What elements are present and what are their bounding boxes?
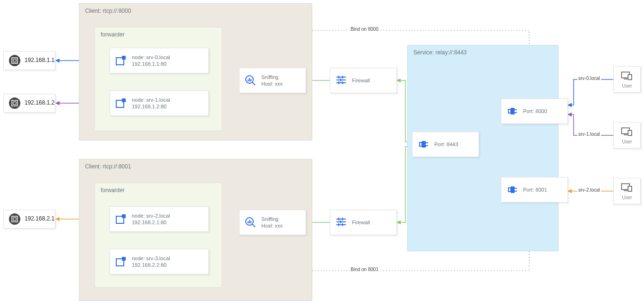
label-srv-2: srv-2.local bbox=[577, 187, 601, 193]
svg-rect-44 bbox=[420, 142, 422, 146]
cpu-icon bbox=[9, 54, 21, 67]
user-3-label: User bbox=[622, 194, 632, 201]
svg-rect-51 bbox=[511, 186, 515, 193]
magnify-chart-icon bbox=[244, 216, 257, 229]
svg-rect-47 bbox=[511, 108, 515, 114]
firewall-icon bbox=[335, 74, 347, 87]
cpu-icon bbox=[9, 213, 21, 225]
client2-title: Client: rtcp://:8001 bbox=[85, 163, 131, 170]
user-3: User bbox=[613, 178, 641, 204]
port-icon bbox=[506, 184, 518, 196]
svg-rect-10 bbox=[122, 56, 126, 60]
sniffing-1-text: Sniffing Host: xxx bbox=[261, 74, 283, 88]
port-8001: Port: 8001 bbox=[501, 177, 568, 202]
svg-rect-7 bbox=[12, 216, 17, 222]
server-3-label: 192.168.2.1 bbox=[25, 215, 54, 223]
port-8001-label: Port: 8001 bbox=[523, 186, 547, 193]
port-8443: Port: 8443 bbox=[412, 132, 479, 157]
svg-rect-4 bbox=[12, 100, 17, 106]
firewall-1: Firewall bbox=[330, 68, 397, 93]
user-1: User bbox=[613, 66, 641, 93]
node-srv-2-text: node: srv-2.local 192.168.2.1:80 bbox=[132, 212, 170, 226]
label-bind-8000: Bind on 8000 bbox=[350, 26, 379, 32]
service-title: Service: relay://:8443 bbox=[413, 49, 467, 56]
client1-forwarder-title: forwarder bbox=[101, 31, 125, 38]
node-srv-0-text: node: srv-0.local 192.168.1.1:80 bbox=[132, 54, 170, 68]
node-srv-2: node: srv-2.local 192.168.2.1:80 bbox=[110, 206, 209, 232]
label-srv-1: srv-1.local bbox=[577, 132, 601, 137]
svg-rect-19 bbox=[248, 79, 249, 81]
devices-icon bbox=[621, 70, 633, 82]
client1-title: Client: rtcp://:8000 bbox=[85, 8, 131, 14]
cpu-icon bbox=[9, 97, 21, 109]
svg-rect-26 bbox=[250, 221, 251, 223]
node-srv-3: node: srv-3.local 192.168.2.2:80 bbox=[110, 249, 209, 274]
svg-rect-14 bbox=[122, 214, 126, 218]
firewall-2-label: Firewall bbox=[352, 219, 370, 226]
svg-rect-12 bbox=[122, 98, 126, 102]
user-2-label: User bbox=[622, 139, 632, 145]
svg-line-18 bbox=[252, 82, 255, 85]
server-2-label: 192.168.1.2 bbox=[25, 99, 54, 107]
magnify-chart-icon bbox=[244, 74, 257, 87]
label-srv-0: srv-0.local bbox=[577, 76, 601, 81]
node-srv-3-text: node: srv-3.local 192.168.2.2:80 bbox=[132, 255, 170, 269]
port-8000: Port: 8000 bbox=[501, 98, 568, 124]
svg-rect-16 bbox=[122, 257, 126, 261]
port-icon bbox=[506, 105, 518, 117]
svg-line-23 bbox=[252, 224, 255, 227]
node-icon bbox=[115, 54, 127, 67]
server-3: 192.168.2.1 bbox=[3, 210, 55, 229]
firewall-2: Firewall bbox=[330, 210, 397, 235]
svg-rect-59 bbox=[628, 131, 632, 136]
svg-rect-20 bbox=[249, 78, 250, 81]
svg-rect-52 bbox=[508, 188, 511, 192]
devices-icon bbox=[621, 125, 633, 138]
svg-rect-43 bbox=[422, 141, 426, 148]
sniffing-2: Sniffing Host: xxx bbox=[239, 210, 306, 235]
svg-rect-21 bbox=[250, 79, 251, 81]
port-8000-label: Port: 8000 bbox=[523, 108, 547, 114]
node-icon bbox=[115, 213, 127, 225]
svg-rect-62 bbox=[628, 186, 632, 192]
client2-forwarder-title: forwarder bbox=[101, 187, 125, 194]
node-icon bbox=[115, 255, 127, 268]
port-icon bbox=[417, 138, 429, 150]
port-8443-label: Port: 8443 bbox=[434, 141, 458, 148]
user-2: User bbox=[613, 122, 641, 149]
node-srv-1: node: srv-1.local 192.168.1.2:80 bbox=[110, 90, 209, 116]
sniffing-1: Sniffing Host: xxx bbox=[239, 68, 306, 93]
node-srv-0: node: srv-0.local 192.168.1.1:80 bbox=[110, 48, 209, 73]
diagram-canvas: Client: rtcp://:8000 forwarder Client: r… bbox=[0, 0, 644, 308]
user-1-label: User bbox=[622, 83, 632, 89]
devices-icon bbox=[621, 181, 633, 194]
firewall-icon bbox=[335, 216, 347, 229]
svg-rect-48 bbox=[508, 109, 511, 113]
label-bind-8001: Bind on 8001 bbox=[350, 267, 379, 272]
server-2: 192.168.1.2 bbox=[3, 94, 55, 113]
server-1-label: 192.168.1.1 bbox=[25, 57, 54, 64]
svg-rect-56 bbox=[628, 75, 632, 80]
node-icon bbox=[115, 97, 127, 109]
node-srv-1-text: node: srv-1.local 192.168.1.2:80 bbox=[132, 97, 170, 110]
svg-rect-1 bbox=[12, 58, 17, 63]
svg-rect-25 bbox=[249, 220, 250, 223]
firewall-1-label: Firewall bbox=[352, 77, 370, 84]
server-1: 192.168.1.1 bbox=[3, 51, 55, 70]
sniffing-2-text: Sniffing Host: xxx bbox=[261, 216, 283, 229]
svg-rect-24 bbox=[248, 221, 249, 223]
